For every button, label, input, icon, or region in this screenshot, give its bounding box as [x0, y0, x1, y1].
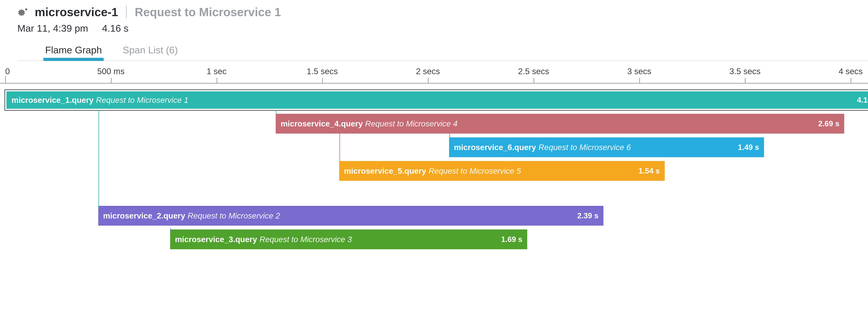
- title-divider: [126, 6, 127, 18]
- span-bar-s4[interactable]: microservice_4.queryRequest to Microserv…: [276, 114, 844, 134]
- span-bar-s5[interactable]: microservice_5.queryRequest to Microserv…: [339, 161, 665, 181]
- axis-tick-label: 0: [5, 66, 10, 76]
- axis-tick-label: 500 ms: [97, 66, 124, 76]
- flame-row: microservice_6.queryRequest to Microserv…: [0, 136, 868, 160]
- span-connector: [98, 110, 99, 209]
- flame-row: [0, 183, 868, 204]
- axis-tick-label: 4 secs: [839, 66, 863, 76]
- span-connector: [170, 228, 171, 232]
- service-name: microservice-1: [35, 5, 118, 19]
- span-name: microservice_5.query: [344, 166, 426, 176]
- axis-tick: [639, 78, 640, 83]
- sub-row: Mar 11, 4:39 pm 4.16 s: [18, 23, 868, 34]
- time-axis: 0500 ms1 sec1.5 secs2 secs2.5 secs3 secs…: [0, 66, 868, 84]
- span-connector: [449, 134, 450, 138]
- flame-row: microservice_2.queryRequest to Microserv…: [0, 204, 868, 228]
- axis-tick: [5, 76, 6, 83]
- span-desc: Request to Microservice 4: [365, 119, 458, 128]
- span-desc: Request to Microservice 3: [259, 235, 352, 244]
- tabs: Flame Graph Span List (6): [18, 44, 868, 61]
- span-duration: 1.49 s: [738, 143, 759, 152]
- axis-tick: [850, 78, 851, 83]
- total-duration: 4.16 s: [102, 23, 129, 34]
- span-connector: [276, 110, 277, 114]
- axis-tick: [534, 78, 534, 83]
- axis-tick-label: 2.5 secs: [518, 66, 549, 76]
- span-name: microservice_6.query: [454, 143, 536, 152]
- page-title: Request to Microservice 1: [135, 5, 281, 19]
- flame-row: microservice_5.queryRequest to Microserv…: [0, 160, 868, 183]
- span-duration: 1.54 s: [639, 167, 660, 175]
- tab-span-list[interactable]: Span List (6): [123, 44, 178, 60]
- flame-row: microservice_3.queryRequest to Microserv…: [0, 228, 868, 252]
- span-connector: [339, 134, 340, 161]
- span-name: microservice_2.query: [103, 211, 185, 221]
- axis-tick-label: 1 sec: [207, 66, 226, 76]
- axis-tick: [111, 78, 112, 83]
- axis-tick-label: 3 secs: [627, 66, 651, 76]
- axis-tick: [322, 78, 323, 83]
- axis-tick: [428, 78, 429, 83]
- axis-tick-label: 2 secs: [416, 66, 440, 76]
- span-duration: 1.69 s: [501, 235, 522, 244]
- flame-graph: microservice_1.queryRequest to Microserv…: [0, 89, 868, 259]
- span-name: microservice_4.query: [281, 119, 363, 128]
- gears-icon: [18, 7, 30, 17]
- tab-flame-graph[interactable]: Flame Graph: [45, 44, 102, 60]
- span-desc: Request to Microservice 1: [96, 95, 188, 105]
- header: microservice-1 Request to Microservice 1…: [0, 5, 868, 61]
- axis-tick-label: 3.5 secs: [730, 66, 761, 76]
- flame-row: microservice_1.queryRequest to Microserv…: [0, 89, 868, 112]
- span-desc: Request to Microservice 6: [538, 143, 631, 152]
- axis-tick: [745, 78, 745, 83]
- timestamp: Mar 11, 4:39 pm: [18, 23, 88, 34]
- span-bar-s3[interactable]: microservice_3.queryRequest to Microserv…: [170, 229, 527, 249]
- span-bar-s2[interactable]: microservice_2.queryRequest to Microserv…: [98, 206, 603, 226]
- span-name: microservice_1.query: [11, 95, 94, 105]
- axis-tick: [217, 78, 217, 83]
- span-duration: 4.16 s: [857, 96, 868, 105]
- axis-tick-label: 1.5 secs: [307, 66, 338, 76]
- span-bar-s1[interactable]: microservice_1.queryRequest to Microserv…: [5, 90, 868, 110]
- title-row: microservice-1 Request to Microservice 1: [18, 5, 868, 19]
- span-duration: 2.39 s: [577, 211, 598, 220]
- span-name: microservice_3.query: [175, 235, 257, 244]
- span-desc: Request to Microservice 2: [188, 211, 280, 221]
- span-desc: Request to Microservice 5: [429, 166, 521, 176]
- span-bar-s6[interactable]: microservice_6.queryRequest to Microserv…: [449, 137, 764, 157]
- flame-row: microservice_4.queryRequest to Microserv…: [0, 112, 868, 136]
- span-duration: 2.69 s: [818, 119, 839, 128]
